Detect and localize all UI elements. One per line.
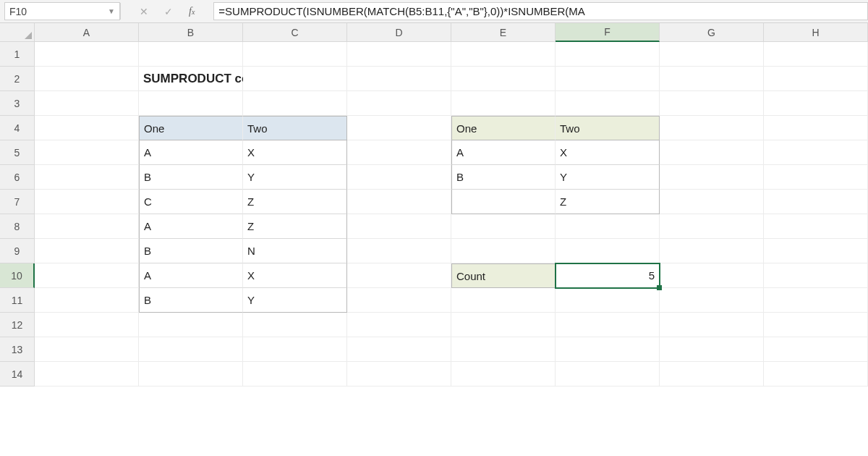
row-header-1[interactable]: 1: [0, 42, 35, 67]
row-header-3[interactable]: 3: [0, 91, 35, 116]
column-header-B[interactable]: B: [139, 23, 243, 42]
row-header-4[interactable]: 4: [0, 116, 35, 140]
cell-A4[interactable]: [35, 116, 139, 140]
name-box[interactable]: F10 ▼: [4, 2, 120, 20]
cell-G6[interactable]: [660, 165, 764, 190]
cell-F13[interactable]: [556, 337, 660, 362]
cell-H6[interactable]: [764, 165, 868, 190]
cell-F3[interactable]: [556, 91, 660, 116]
cell-E5[interactable]: A: [451, 140, 556, 165]
cell-D1[interactable]: [347, 42, 451, 67]
row-header-2[interactable]: 2: [0, 67, 35, 91]
select-all-corner[interactable]: [0, 23, 35, 42]
column-header-D[interactable]: D: [347, 23, 451, 42]
cell-E4[interactable]: One: [451, 116, 556, 140]
column-header-E[interactable]: E: [451, 23, 556, 42]
cell-B12[interactable]: [139, 313, 243, 337]
cell-H5[interactable]: [764, 140, 868, 165]
cell-E12[interactable]: [451, 313, 556, 337]
cell-C11[interactable]: Y: [243, 288, 347, 313]
row-header-6[interactable]: 6: [0, 165, 35, 190]
cell-H3[interactable]: [764, 91, 868, 116]
cell-F1[interactable]: [556, 42, 660, 67]
cell-E7[interactable]: [451, 190, 556, 214]
cell-F12[interactable]: [556, 313, 660, 337]
cell-F14[interactable]: [556, 362, 660, 387]
row-header-8[interactable]: 8: [0, 214, 35, 239]
cell-A3[interactable]: [35, 91, 139, 116]
fx-icon[interactable]: fx: [189, 6, 195, 17]
cell-H7[interactable]: [764, 190, 868, 214]
cell-E3[interactable]: [451, 91, 556, 116]
cell-H8[interactable]: [764, 214, 868, 239]
cell-C12[interactable]: [243, 313, 347, 337]
cell-B5[interactable]: A: [139, 140, 243, 165]
cell-B9[interactable]: B: [139, 239, 243, 263]
cell-B14[interactable]: [139, 362, 243, 387]
column-header-F[interactable]: F: [556, 23, 660, 42]
row-header-11[interactable]: 11: [0, 288, 35, 313]
cell-A9[interactable]: [35, 239, 139, 263]
cell-D10[interactable]: [347, 263, 451, 288]
cell-D7[interactable]: [347, 190, 451, 214]
cell-A10[interactable]: [35, 263, 139, 288]
cell-H14[interactable]: [764, 362, 868, 387]
row-header-12[interactable]: 12: [0, 313, 35, 337]
cell-H11[interactable]: [764, 288, 868, 313]
cell-B7[interactable]: C: [139, 190, 243, 214]
cell-C3[interactable]: [243, 91, 347, 116]
column-header-C[interactable]: C: [243, 23, 347, 42]
cell-G13[interactable]: [660, 337, 764, 362]
cell-G3[interactable]: [660, 91, 764, 116]
cell-D11[interactable]: [347, 288, 451, 313]
cell-C7[interactable]: Z: [243, 190, 347, 214]
cell-E6[interactable]: B: [451, 165, 556, 190]
cell-E1[interactable]: [451, 42, 556, 67]
row-header-14[interactable]: 14: [0, 362, 35, 387]
cell-F2[interactable]: [556, 67, 660, 91]
cell-F4[interactable]: Two: [556, 116, 660, 140]
cell-D14[interactable]: [347, 362, 451, 387]
cell-D12[interactable]: [347, 313, 451, 337]
cell-C13[interactable]: [243, 337, 347, 362]
cell-G9[interactable]: [660, 239, 764, 263]
cancel-icon[interactable]: ✕: [140, 6, 148, 17]
cell-C9[interactable]: N: [243, 239, 347, 263]
row-header-5[interactable]: 5: [0, 140, 35, 165]
cell-H1[interactable]: [764, 42, 868, 67]
cell-F5[interactable]: X: [556, 140, 660, 165]
cell-C14[interactable]: [243, 362, 347, 387]
cell-B8[interactable]: A: [139, 214, 243, 239]
row-header-13[interactable]: 13: [0, 337, 35, 362]
cell-A8[interactable]: [35, 214, 139, 239]
cell-C4[interactable]: Two: [243, 116, 347, 140]
chevron-down-icon[interactable]: ▼: [108, 7, 115, 15]
cell-D5[interactable]: [347, 140, 451, 165]
cell-E11[interactable]: [451, 288, 556, 313]
cell-A13[interactable]: [35, 337, 139, 362]
cell-D2[interactable]: [347, 67, 451, 91]
cell-F10[interactable]: 5: [556, 263, 660, 288]
cell-G4[interactable]: [660, 116, 764, 140]
cell-G5[interactable]: [660, 140, 764, 165]
cell-C5[interactable]: X: [243, 140, 347, 165]
cell-E8[interactable]: [451, 214, 556, 239]
cell-F7[interactable]: Z: [556, 190, 660, 214]
cell-F9[interactable]: [556, 239, 660, 263]
cell-A2[interactable]: [35, 67, 139, 91]
cell-G7[interactable]: [660, 190, 764, 214]
cell-E13[interactable]: [451, 337, 556, 362]
cell-D9[interactable]: [347, 239, 451, 263]
cell-H2[interactable]: [764, 67, 868, 91]
column-header-A[interactable]: A: [35, 23, 139, 42]
column-header-G[interactable]: G: [660, 23, 764, 42]
enter-icon[interactable]: ✓: [164, 6, 173, 17]
cell-B4[interactable]: One: [139, 116, 243, 140]
cell-E14[interactable]: [451, 362, 556, 387]
cell-A5[interactable]: [35, 140, 139, 165]
cell-F11[interactable]: [556, 288, 660, 313]
cell-D3[interactable]: [347, 91, 451, 116]
cell-B2[interactable]: SUMPRODUCT count multiple OR criteria: [139, 67, 243, 91]
cell-C10[interactable]: X: [243, 263, 347, 288]
cell-D4[interactable]: [347, 116, 451, 140]
